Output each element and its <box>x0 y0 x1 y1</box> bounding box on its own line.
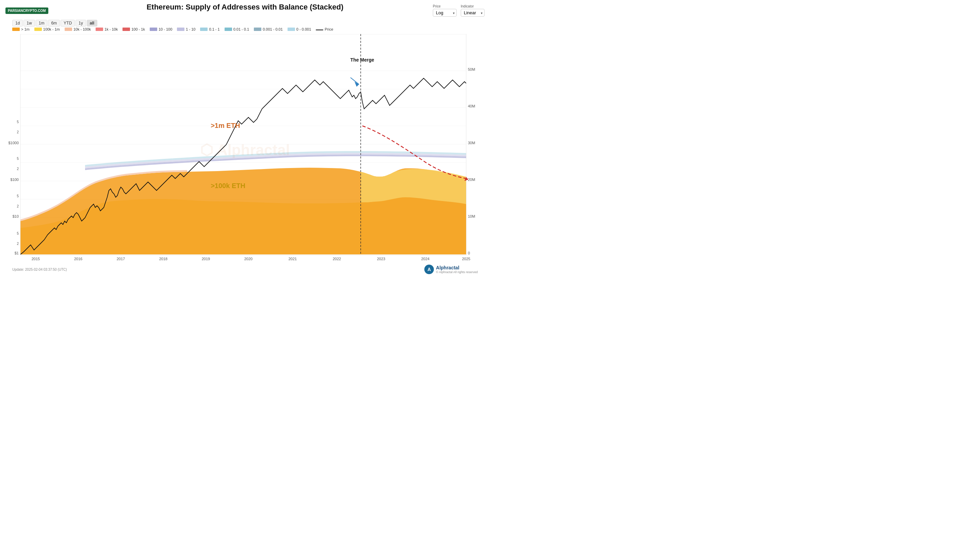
indicator-control-group: Indicator Linear Log <box>461 5 485 17</box>
x-tick-2023: 2023 <box>377 257 385 261</box>
y-right-10m: 10M <box>468 214 475 218</box>
legend-item-1m: > 1m <box>12 27 30 31</box>
legend-swatch-100 <box>123 27 130 31</box>
legend-swatch-100k <box>34 27 42 31</box>
legend-label-10: 10 - 100 <box>159 27 172 31</box>
bottom-bar: Update: 2025-02-04 03:37:50 (UTC) A Alph… <box>12 265 478 274</box>
legend-item-1k: 1k - 10k <box>95 27 118 31</box>
legend-item-0.001: 0.001 - 0.01 <box>254 27 283 31</box>
alpha-icon: A <box>424 265 434 274</box>
x-tick-2015: 2015 <box>32 257 40 261</box>
price-select-wrapper[interactable]: Log Linear <box>433 9 457 17</box>
legend-item-0: 0 - 0.001 <box>288 27 311 31</box>
legend-label-0: 0 - 0.001 <box>296 27 311 31</box>
y-tick-2000: 2 <box>17 130 19 134</box>
time-btn-1m[interactable]: 1m <box>36 20 48 27</box>
time-btn-1d[interactable]: 1d <box>12 20 23 27</box>
indicator-select-wrapper[interactable]: Linear Log <box>461 9 485 17</box>
controls-right: Price Log Linear Indicator Linear Log <box>433 5 485 17</box>
legend-swatch-0.1 <box>200 27 208 31</box>
y-tick-500: 5 <box>17 157 19 160</box>
legend-item-10k: 10k - 100k <box>65 27 91 31</box>
legend-label-0.1: 0.1 - 1 <box>209 27 220 31</box>
x-tick-2020: 2020 <box>244 257 253 261</box>
chart-container: $1 2 5 $10 2 5 $100 2 5 $1000 2 5 0 10M … <box>0 34 490 265</box>
y-right-20m: 20M <box>468 178 475 182</box>
legend-swatch-1k <box>95 27 103 31</box>
legend-swatch-1 <box>177 27 185 31</box>
time-btn-6m[interactable]: 6m <box>48 20 60 27</box>
legend-label-100k: 100k - 1m <box>43 27 60 31</box>
time-buttons: 1d 1w 1m 6m YTD 1y all <box>12 20 97 27</box>
legend-item-price: Price <box>316 27 333 31</box>
alpha-brand: Alphractal © Alphractal All rights reser… <box>436 265 478 274</box>
alpha-brand-name: Alphractal <box>436 265 478 270</box>
legend-label-1k: 1k - 10k <box>105 27 118 31</box>
legend-item-1: 1 - 10 <box>177 27 195 31</box>
legend-swatch-10k <box>65 27 72 31</box>
alpha-copyright: © Alphractal All rights reserved <box>436 270 478 274</box>
legend-item-0.1: 0.1 - 1 <box>200 27 220 31</box>
time-btn-ytd[interactable]: YTD <box>60 20 75 27</box>
y-tick-2: 2 <box>17 242 19 246</box>
alphractal-logo: A Alphractal © Alphractal All rights res… <box>424 265 478 274</box>
price-select[interactable]: Log Linear <box>433 9 457 17</box>
x-tick-2018: 2018 <box>159 257 167 261</box>
y-tick-5000: 5 <box>17 120 19 124</box>
y-tick-20: 2 <box>17 205 19 208</box>
y-tick-5: 5 <box>17 232 19 235</box>
legend-swatch-0.001 <box>254 27 261 31</box>
y-right-0: 0 <box>468 251 470 255</box>
y-right-30m: 30M <box>468 141 475 145</box>
legend-label-100: 100 - 1k <box>131 27 145 31</box>
legend-bar: > 1m 100k - 1m 10k - 100k 1k - 10k 100 -… <box>12 27 478 31</box>
legend-item-10: 10 - 100 <box>150 27 172 31</box>
logo-area: PARSIANCRYPTO.COM <box>5 8 48 14</box>
time-btn-1w[interactable]: 1w <box>24 20 35 27</box>
time-btn-all[interactable]: all <box>87 20 97 27</box>
price-control-group: Price Log Linear <box>433 5 457 17</box>
top-bar: PARSIANCRYPTO.COM Ethereum: Supply of Ad… <box>0 0 490 21</box>
chart-title: Ethereum: Supply of Addresses with Balan… <box>147 3 344 11</box>
y-tick-50: 5 <box>17 194 19 198</box>
legend-item-0.01: 0.01 - 0.1 <box>224 27 249 31</box>
legend-swatch-price <box>316 30 323 30</box>
y-right-50m: 50M <box>468 67 475 71</box>
legend-label-10k: 10k - 100k <box>73 27 91 31</box>
x-tick-2024: 2024 <box>421 257 430 261</box>
legend-item-100k: 100k - 1m <box>34 27 60 31</box>
chart-svg: $1 2 5 $10 2 5 $100 2 5 $1000 2 5 0 10M … <box>0 34 490 265</box>
legend-swatch-1m <box>12 27 20 31</box>
time-btn-1y[interactable]: 1y <box>76 20 86 27</box>
x-tick-2021: 2021 <box>288 257 297 261</box>
update-text: Update: 2025-02-04 03:37:50 (UTC) <box>12 268 67 272</box>
site-logo: PARSIANCRYPTO.COM <box>5 8 48 14</box>
x-tick-2022: 2022 <box>333 257 341 261</box>
x-tick-2017: 2017 <box>117 257 125 261</box>
legend-item-100: 100 - 1k <box>123 27 145 31</box>
title-area: Ethereum: Supply of Addresses with Balan… <box>147 3 344 11</box>
x-tick-2016: 2016 <box>74 257 82 261</box>
legend-label-0.01: 0.01 - 0.1 <box>234 27 249 31</box>
y-tick-10: $10 <box>13 214 19 218</box>
legend-swatch-0 <box>288 27 295 31</box>
legend-label-1: 1 - 10 <box>186 27 195 31</box>
legend-label-0.001: 0.001 - 0.01 <box>263 27 283 31</box>
x-tick-2025: 2025 <box>462 257 470 261</box>
indicator-label: Indicator <box>461 5 474 8</box>
y-tick-1000: $1000 <box>8 141 19 145</box>
price-label: Price <box>433 5 441 8</box>
x-tick-2019: 2019 <box>202 257 210 261</box>
y-tick-100: $100 <box>11 178 19 182</box>
y-right-40m: 40M <box>468 104 475 108</box>
legend-swatch-0.01 <box>224 27 232 31</box>
legend-label-1m: > 1m <box>21 27 30 31</box>
legend-label-price: Price <box>325 27 333 31</box>
y-tick-1: $1 <box>14 251 19 255</box>
indicator-select[interactable]: Linear Log <box>461 9 485 17</box>
legend-swatch-10 <box>150 27 157 31</box>
y-tick-200: 2 <box>17 167 19 171</box>
